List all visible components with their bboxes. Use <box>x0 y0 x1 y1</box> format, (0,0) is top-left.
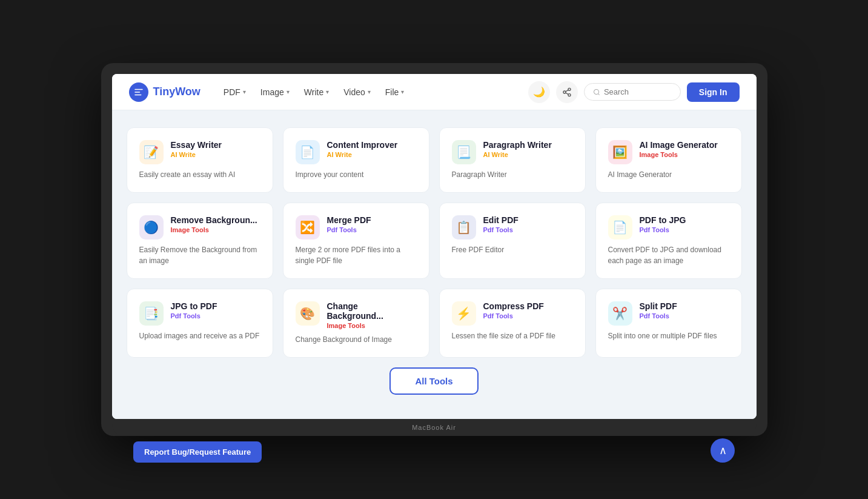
signin-button[interactable]: Sign In <box>687 82 740 102</box>
tool-card-header: 📑 JPG to PDF Pdf Tools <box>139 301 260 326</box>
nav-video[interactable]: Video▾ <box>337 84 377 101</box>
tool-card-header: 🎨 Change Background... Image Tools <box>296 301 417 329</box>
screen: TinyWow PDF▾ Image▾ Write▾ Video▾ File▾ <box>112 74 757 419</box>
tool-card-header: 📄 Content Improver AI Write <box>296 140 417 164</box>
tool-name: Remove Backgroun... <box>171 215 260 225</box>
tool-card-header: 📋 Edit PDF Pdf Tools <box>452 215 573 239</box>
tool-info: Merge PDF Pdf Tools <box>327 215 417 233</box>
logo[interactable]: TinyWow <box>129 82 200 102</box>
tool-card[interactable]: 📃 Paragraph Writer AI Write Paragraph Wr… <box>439 127 586 193</box>
macbook-label: MacBook Air <box>412 424 456 431</box>
svg-point-4 <box>563 91 566 93</box>
tool-category: Pdf Tools <box>483 226 573 233</box>
tool-card-header: ✂️ Split PDF Pdf Tools <box>608 301 729 326</box>
tool-card[interactable]: 📑 JPG to PDF Pdf Tools Upload images and… <box>127 289 273 358</box>
nav-image[interactable]: Image▾ <box>254 84 296 101</box>
logo-text: TinyWow <box>153 85 200 98</box>
svg-line-7 <box>566 90 569 92</box>
tool-card-header: 🔵 Remove Backgroun... Image Tools <box>139 215 260 239</box>
tool-category: Image Tools <box>171 226 260 233</box>
tool-info: PDF to JPG Pdf Tools <box>640 215 729 233</box>
tool-name: Merge PDF <box>327 215 417 225</box>
tool-card[interactable]: 📄 Content Improver AI Write Improve your… <box>283 127 429 193</box>
tool-name: JPG to PDF <box>171 301 260 311</box>
laptop-frame: TinyWow PDF▾ Image▾ Write▾ Video▾ File▾ <box>101 63 767 436</box>
tool-category: AI Write <box>483 151 573 158</box>
tool-card-header: 📄 PDF to JPG Pdf Tools <box>608 215 729 239</box>
tool-name: PDF to JPG <box>640 215 729 225</box>
tool-card[interactable]: 🔵 Remove Backgroun... Image Tools Easily… <box>127 203 273 279</box>
tool-icon: 📝 <box>139 140 164 164</box>
tool-icon: 📃 <box>452 140 476 164</box>
tool-icon: 🖼️ <box>608 140 632 164</box>
tool-icon: 📋 <box>452 215 476 239</box>
tool-description: Paragraph Writer <box>452 169 573 180</box>
tool-card[interactable]: 📋 Edit PDF Pdf Tools Free PDF Editor <box>439 203 586 279</box>
tool-icon: 🔵 <box>139 215 164 239</box>
report-bug-button[interactable]: Report Bug/Request Feature <box>133 441 262 463</box>
tool-description: Split into one or multiple PDF files <box>608 330 729 341</box>
tool-category: Pdf Tools <box>640 312 729 320</box>
tool-description: Improve your content <box>296 169 417 180</box>
svg-point-8 <box>594 89 598 94</box>
tool-category: Pdf Tools <box>640 226 729 233</box>
scroll-top-button[interactable]: ∧ <box>711 438 735 463</box>
tool-description: Free PDF Editor <box>452 244 573 255</box>
tool-category: Image Tools <box>327 322 417 329</box>
tool-info: Change Background... Image Tools <box>327 301 417 329</box>
tool-card[interactable]: ✂️ Split PDF Pdf Tools Split into one or… <box>595 289 742 358</box>
tool-category: Pdf Tools <box>171 312 260 320</box>
tool-icon: 🎨 <box>296 301 320 326</box>
nav-file[interactable]: File▾ <box>379 84 411 101</box>
tool-info: AI Image Generator Image Tools <box>640 140 729 158</box>
tool-card[interactable]: 📄 PDF to JPG Pdf Tools Convert PDF to JP… <box>595 203 742 279</box>
tool-card-header: 📝 Essay Writer AI Write <box>139 140 260 164</box>
tool-description: Easily create an essay with AI <box>139 169 260 180</box>
tool-name: AI Image Generator <box>640 140 729 150</box>
tool-icon: ⚡ <box>452 301 476 326</box>
svg-point-5 <box>568 93 571 96</box>
nav-pdf[interactable]: PDF▾ <box>217 84 252 101</box>
tool-description: Convert PDF to JPG and download each pag… <box>608 244 729 266</box>
tool-info: JPG to PDF Pdf Tools <box>171 301 260 320</box>
logo-icon <box>129 82 148 102</box>
main-content: 📝 Essay Writer AI Write Easily create an… <box>112 110 757 419</box>
search-input[interactable] <box>604 87 672 96</box>
dark-mode-button[interactable]: 🌙 <box>528 81 550 103</box>
tool-name: Change Background... <box>327 301 417 321</box>
tool-info: Edit PDF Pdf Tools <box>483 215 573 233</box>
tool-category: Image Tools <box>640 151 729 158</box>
tool-card[interactable]: ⚡ Compress PDF Pdf Tools Lessen the file… <box>439 289 586 358</box>
tool-icon: 🔀 <box>296 215 320 239</box>
search-icon <box>593 88 600 96</box>
svg-line-6 <box>566 93 569 95</box>
share-button[interactable] <box>556 81 578 103</box>
svg-rect-2 <box>134 94 141 95</box>
all-tools-button[interactable]: All Tools <box>389 367 478 395</box>
tool-card[interactable]: 🖼️ AI Image Generator Image Tools AI Ima… <box>595 127 742 193</box>
svg-line-9 <box>598 93 599 95</box>
tool-category: AI Write <box>327 151 417 158</box>
all-tools-section: All Tools <box>127 367 742 395</box>
nav-write[interactable]: Write▾ <box>298 84 335 101</box>
svg-rect-0 <box>134 89 143 90</box>
svg-point-3 <box>568 88 571 90</box>
tool-name: Compress PDF <box>483 301 573 311</box>
tool-card-header: 📃 Paragraph Writer AI Write <box>452 140 573 164</box>
tool-name: Paragraph Writer <box>483 140 573 150</box>
laptop-bottom: MacBook Air <box>112 419 757 436</box>
tool-category: Pdf Tools <box>483 312 573 320</box>
tool-icon: 📄 <box>608 215 632 239</box>
tool-card[interactable]: 📝 Essay Writer AI Write Easily create an… <box>127 127 273 193</box>
tool-category: AI Write <box>171 151 260 158</box>
tool-card-header: 🖼️ AI Image Generator Image Tools <box>608 140 729 164</box>
tools-grid: 📝 Essay Writer AI Write Easily create an… <box>127 127 742 358</box>
tool-name: Split PDF <box>640 301 729 311</box>
search-box[interactable] <box>584 83 681 101</box>
tool-card-header: ⚡ Compress PDF Pdf Tools <box>452 301 573 326</box>
tool-card[interactable]: 🎨 Change Background... Image Tools Chang… <box>283 289 429 358</box>
tool-icon: ✂️ <box>608 301 632 326</box>
tool-description: Lessen the file size of a PDF file <box>452 330 573 341</box>
tool-card[interactable]: 🔀 Merge PDF Pdf Tools Merge 2 or more PD… <box>283 203 429 279</box>
tool-info: Content Improver AI Write <box>327 140 417 158</box>
